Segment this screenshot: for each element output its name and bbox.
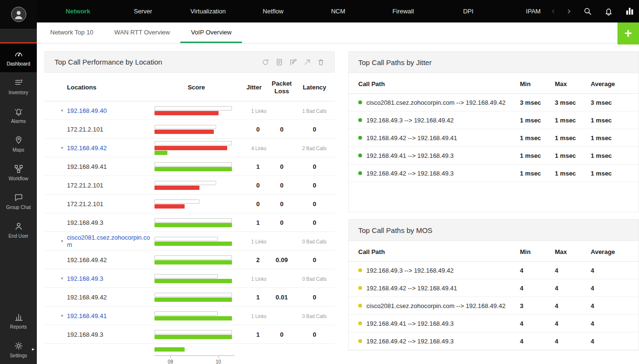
mos-panel-header: Top Call Paths by MOS <box>349 220 639 241</box>
bad-calls-count: 0 Bad Calls <box>299 311 330 320</box>
call-path[interactable]: 192.168.49.3 --> 192.168.49.42 <box>358 267 520 274</box>
location-name[interactable]: 192.168.49.40 <box>67 107 154 114</box>
max-value: 3 msec <box>555 99 591 106</box>
col-min[interactable]: Min <box>520 248 555 255</box>
location-row: 172.21.2.101000 <box>44 195 335 213</box>
avg-value: 4 <box>591 320 629 327</box>
expand-arrow-icon[interactable]: ▸ <box>32 346 34 352</box>
location-row: ▾192.168.49.31 Links0 Bad Calls <box>44 269 335 288</box>
location-name: 192.168.49.3 <box>67 331 154 338</box>
sidebar-nav: DashboardInventoryAlarmsMapsWorkflowGrou… <box>0 44 37 244</box>
add-dashboard-button[interactable]: + <box>617 22 639 44</box>
score-bars <box>154 162 238 172</box>
min-value: 1 msec <box>520 117 555 124</box>
app-root: DashboardInventoryAlarmsMapsWorkflowGrou… <box>0 0 639 364</box>
nav-item-netflow[interactable]: Netflow <box>241 8 306 15</box>
bad-calls-count: 0 Bad Calls <box>299 237 330 245</box>
location-name[interactable]: 192.168.49.3 <box>67 275 154 282</box>
expand-toggle-icon[interactable]: ▾ <box>44 313 67 318</box>
sidebar-item-settings[interactable]: Settings▸ <box>0 335 37 364</box>
col-call-path[interactable]: Call Path <box>358 80 520 88</box>
sidebar-spacer <box>0 29 37 42</box>
col-call-path[interactable]: Call Path <box>358 248 520 255</box>
score-bars <box>154 124 238 134</box>
location-name[interactable]: 192.168.49.42 <box>67 144 154 152</box>
nav-item-network[interactable]: Network <box>45 8 110 15</box>
tab-wan-rtt-overview[interactable]: WAN RTT Overview <box>104 22 180 43</box>
col-max[interactable]: Max <box>555 248 591 255</box>
call-path[interactable]: 192.168.49.42 --> 192.168.49.3 <box>358 170 520 177</box>
delete-icon[interactable] <box>317 58 325 66</box>
search-icon[interactable] <box>583 7 592 16</box>
col-latency[interactable]: Latency <box>299 84 330 91</box>
avg-value: 1 msec <box>591 117 629 124</box>
nav-item-ncm[interactable]: NCM <box>306 8 371 15</box>
col-max[interactable]: Max <box>555 80 591 88</box>
tab-network-top-10[interactable]: Network Top 10 <box>40 22 104 43</box>
col-min[interactable]: Min <box>520 80 555 88</box>
nav-item-virtualization[interactable]: Virtualization <box>176 8 241 15</box>
nav-item-server[interactable]: Server <box>110 8 176 15</box>
max-value: 4 <box>555 267 591 274</box>
col-packet-loss[interactable]: Packet Loss <box>264 80 299 95</box>
call-path[interactable]: 192.168.49.42 --> 192.168.49.3 <box>358 338 520 345</box>
avg-value: 4 <box>591 267 629 274</box>
edit-icon[interactable] <box>289 58 297 66</box>
location-name[interactable]: cisco2081.csez.zohocorpin.com <box>67 234 154 248</box>
sidebar-item-label: End User <box>9 233 29 239</box>
col-average[interactable]: Average <box>591 80 629 88</box>
expand-toggle-icon[interactable]: ▾ <box>44 276 67 281</box>
call-path[interactable]: cisco2081.csez.zohocorpin.com --> 192.16… <box>358 302 520 309</box>
location-name[interactable]: 192.168.49.41 <box>67 312 154 320</box>
expand-toggle-icon[interactable]: ▾ <box>44 108 67 113</box>
user-avatar[interactable] <box>0 0 37 29</box>
col-score[interactable]: Score <box>154 84 238 91</box>
score-bar-red <box>154 111 219 115</box>
col-average[interactable]: Average <box>591 248 629 255</box>
sidebar-item-dashboard[interactable]: Dashboard <box>0 44 37 72</box>
axis-tick <box>219 356 219 358</box>
call-path[interactable]: 192.168.49.42 --> 192.168.49.41 <box>358 134 520 142</box>
sidebar-item-reports[interactable]: Reports <box>0 307 37 335</box>
call-path[interactable]: 192.168.49.3 --> 192.168.49.42 <box>358 117 520 124</box>
score-bar-outline <box>154 293 232 297</box>
call-path[interactable]: 192.168.49.42 --> 192.168.49.41 <box>358 285 520 292</box>
score-bar-green <box>154 335 232 339</box>
nav-scroll-right-icon[interactable]: › <box>567 6 571 16</box>
sidebar-item-inventory[interactable]: Inventory <box>0 72 37 101</box>
call-path[interactable]: 192.168.49.41 --> 192.168.49.3 <box>358 320 520 327</box>
sidebar-item-group-chat[interactable]: Group Chat <box>0 187 37 216</box>
sidebar-item-alarms[interactable]: Alarms <box>0 101 37 130</box>
avg-value: 4 <box>591 285 629 292</box>
apps-widgets-icon[interactable] <box>625 7 634 16</box>
call-path[interactable]: cisco2081.csez.zohocorpin.com --> 192.16… <box>358 99 520 106</box>
tab-voip-overview[interactable]: VoIP Overview <box>180 22 242 43</box>
score-bar-outline <box>154 255 232 260</box>
expand-toggle-icon[interactable]: ▾ <box>44 145 67 150</box>
notifications-bell-icon[interactable] <box>604 7 613 16</box>
nav-item-firewall[interactable]: Firewall <box>371 8 436 15</box>
mos-panel-title: Top Call Paths by MOS <box>358 226 432 234</box>
share-icon[interactable] <box>303 58 311 66</box>
top-navbar: NetworkServerVirtualizationNetflowNCMFir… <box>37 0 639 22</box>
score-bar-outline <box>154 162 232 166</box>
report-icon[interactable] <box>275 58 283 66</box>
sidebar-item-label: Inventory <box>9 90 28 95</box>
score-bar-outline <box>154 330 232 334</box>
score-bar-red <box>154 204 185 209</box>
refresh-icon[interactable] <box>262 58 269 66</box>
sidebar-item-end-user[interactable]: End User <box>0 216 37 244</box>
col-jitter[interactable]: Jitter <box>238 84 264 91</box>
min-value: 4 <box>520 320 555 327</box>
sidebar-item-maps[interactable]: Maps <box>0 130 37 158</box>
nav-item-dpi[interactable]: DPI <box>436 8 501 15</box>
score-bars <box>154 218 238 228</box>
status-dot-icon <box>358 118 362 122</box>
sidebar-item-workflow[interactable]: Workflow <box>0 158 37 187</box>
call-path-row: cisco2081.csez.zohocorpin.com --> 192.16… <box>349 94 639 111</box>
call-path[interactable]: 192.168.49.41 --> 192.168.49.3 <box>358 152 520 159</box>
nav-scroll-left-icon[interactable]: ‹ <box>551 6 555 16</box>
expand-toggle-icon[interactable]: ▾ <box>44 239 67 243</box>
status-dot-icon <box>358 100 362 104</box>
col-locations[interactable]: Locations <box>67 84 154 91</box>
